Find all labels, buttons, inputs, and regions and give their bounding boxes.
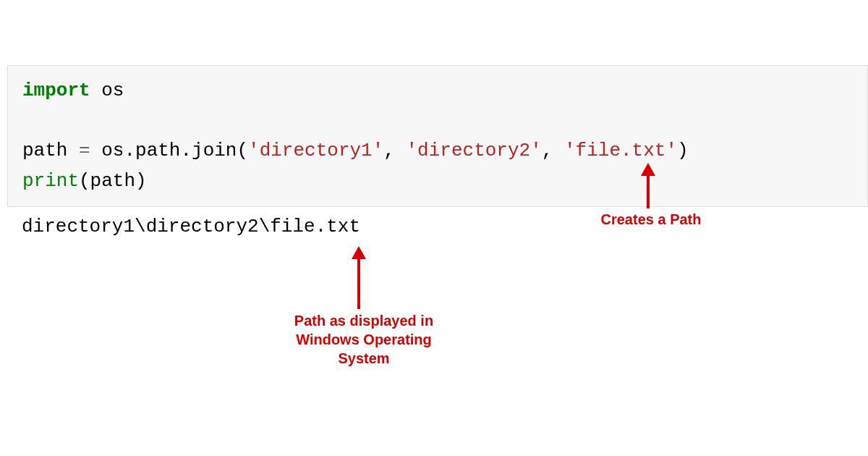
arrow-line	[357, 257, 360, 309]
code-line-3: print(path)	[22, 166, 853, 197]
variable-name: path	[22, 140, 79, 161]
equals-operator: =	[79, 140, 90, 161]
annotation-creates-path: Creates a Path	[579, 210, 723, 229]
import-keyword: import	[22, 80, 90, 101]
print-builtin: print	[22, 170, 79, 192]
close-paren: )	[677, 140, 689, 161]
arrow-line	[647, 174, 650, 208]
string-arg-3: 'file.txt'	[564, 140, 677, 161]
comma-2: ,	[542, 140, 564, 161]
annotation-path-displayed: Path as displayed in Windows Operating S…	[281, 311, 447, 368]
string-arg-2: 'directory2'	[407, 140, 542, 161]
code-line-2: path = os.path.join('directory1', 'direc…	[22, 136, 853, 166]
blank-line	[22, 106, 853, 137]
output-text: directory1\directory2\file.txt	[22, 216, 360, 237]
code-block: import os path = os.path.join('directory…	[7, 65, 868, 207]
print-args: (path)	[79, 170, 147, 192]
string-arg-1: 'directory1'	[248, 140, 383, 161]
comma-1: ,	[383, 140, 406, 161]
method-call: os.path.join(	[90, 140, 248, 161]
module-name: os	[90, 80, 124, 101]
code-line-1: import os	[22, 76, 853, 106]
